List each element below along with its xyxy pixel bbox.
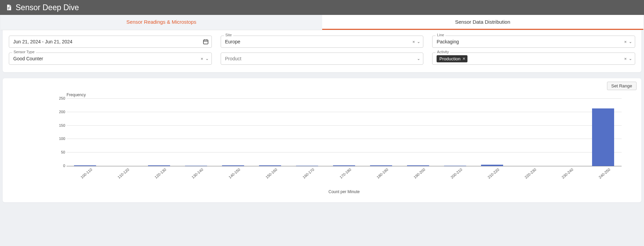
chart-area: Frequency 050100150200250 100-110110-120… (9, 93, 635, 194)
activity-chip-label: Production (439, 56, 460, 61)
chart-panel: Set Range Frequency 050100150200250 100-… (3, 78, 641, 202)
clear-icon[interactable]: × (624, 56, 627, 61)
ytick-label: 50 (56, 150, 65, 154)
bar-slot (474, 99, 511, 166)
bar-slot (141, 99, 178, 166)
date-range-field[interactable]: Jun 21, 2024 - Jun 21, 2024 (9, 36, 212, 48)
chevron-down-icon[interactable]: ⌄ (417, 56, 420, 61)
bar-slot (178, 99, 215, 166)
product-field[interactable]: Product ⌄ (221, 53, 424, 65)
bar-slot (363, 99, 400, 166)
site-field[interactable]: Site Europe × ⌄ (221, 36, 424, 48)
clear-icon[interactable]: × (201, 56, 203, 61)
chevron-down-icon[interactable]: ⌄ (417, 39, 420, 44)
bar-slot (104, 99, 141, 166)
activity-chip[interactable]: Production ✕ (437, 55, 467, 62)
svg-rect-1 (8, 8, 10, 8)
bar-slot (326, 99, 363, 166)
chart-xlabel: Count per Minute (67, 189, 622, 194)
chart-ylabel: Frequency (67, 93, 622, 97)
tabs-bar: Sensor Readings & Microstops Sensor Data… (1, 15, 643, 30)
bar-slot (511, 99, 548, 166)
filters-panel: Jun 21, 2024 - Jun 21, 2024 Site Europe … (3, 30, 641, 72)
page-title: Sensor Deep Dive (16, 3, 79, 12)
bar-slot (400, 99, 437, 166)
bar-slot (585, 99, 622, 166)
chevron-down-icon[interactable]: ⌄ (629, 39, 632, 44)
chart-xlabels: 100-110110-120120-130130-140140-150150-1… (67, 168, 622, 180)
line-label: Line (436, 33, 445, 37)
clear-icon[interactable]: × (624, 39, 627, 44)
ytick-label: 250 (56, 96, 65, 100)
sensor-type-label: Sensor Type (12, 50, 36, 54)
bar-slot (215, 99, 252, 166)
sensor-type-field[interactable]: Sensor Type Good Counter × ⌄ (9, 53, 212, 65)
bar-slot (289, 99, 326, 166)
site-value: Europe (225, 39, 412, 44)
bar-slot (252, 99, 289, 166)
svg-rect-2 (8, 9, 9, 9)
chevron-down-icon[interactable]: ⌄ (205, 56, 209, 61)
ytick-label: 100 (56, 137, 65, 141)
clear-icon[interactable]: × (412, 39, 415, 44)
date-range-value: Jun 21, 2024 - Jun 21, 2024 (13, 39, 203, 44)
activity-label: Activity (436, 50, 450, 54)
activity-value: Production ✕ (437, 55, 624, 62)
bar-slot (67, 99, 104, 166)
site-label: Site (224, 33, 233, 37)
bar-slot (548, 99, 585, 166)
chart-plot: 050100150200250 (67, 99, 622, 166)
sensor-type-value: Good Counter (13, 56, 201, 61)
tab-sensor-distribution[interactable]: Sensor Data Distribution (322, 15, 644, 30)
bar[interactable] (592, 108, 614, 166)
ytick-label: 150 (56, 123, 65, 127)
ytick-label: 0 (56, 164, 65, 168)
tabs-container: Sensor Readings & Microstops Sensor Data… (1, 15, 643, 30)
product-placeholder: Product (225, 56, 417, 61)
svg-rect-0 (8, 7, 10, 7)
line-value: Packaging (437, 39, 624, 44)
chevron-down-icon[interactable]: ⌄ (629, 56, 632, 61)
bars-container (67, 99, 622, 166)
document-icon (5, 3, 12, 12)
svg-rect-3 (203, 40, 208, 44)
set-range-button[interactable]: Set Range (607, 82, 637, 90)
app-header: Sensor Deep Dive (0, 0, 644, 15)
bar-slot (437, 99, 474, 166)
calendar-icon[interactable] (203, 39, 209, 45)
line-field[interactable]: Line Packaging × ⌄ (432, 36, 635, 48)
activity-field[interactable]: Activity Production ✕ × ⌄ (432, 53, 635, 65)
close-icon[interactable]: ✕ (462, 57, 465, 61)
tab-sensor-readings[interactable]: Sensor Readings & Microstops (1, 15, 322, 30)
ytick-label: 200 (56, 110, 65, 114)
